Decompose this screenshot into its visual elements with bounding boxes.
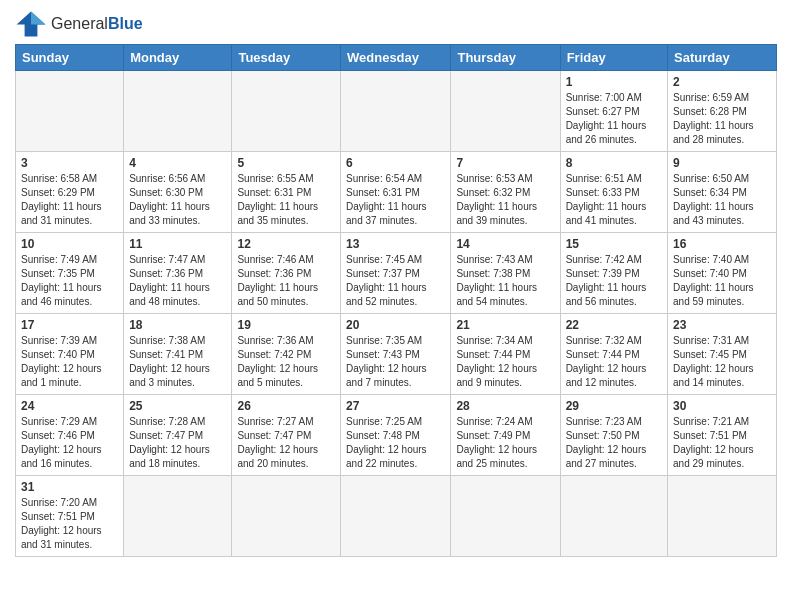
calendar-day-cell (16, 71, 124, 152)
calendar-day-cell (451, 476, 560, 557)
calendar-header-tuesday: Tuesday (232, 45, 341, 71)
logo-icon (15, 10, 47, 38)
calendar-day-cell: 31Sunrise: 7:20 AM Sunset: 7:51 PM Dayli… (16, 476, 124, 557)
day-info: Sunrise: 7:36 AM Sunset: 7:42 PM Dayligh… (237, 334, 335, 390)
header: GeneralBlue (15, 10, 777, 38)
day-number: 4 (129, 156, 226, 170)
calendar-day-cell: 19Sunrise: 7:36 AM Sunset: 7:42 PM Dayli… (232, 314, 341, 395)
logo: GeneralBlue (15, 10, 143, 38)
day-number: 6 (346, 156, 445, 170)
page-container: GeneralBlue SundayMondayTuesdayWednesday… (15, 10, 777, 557)
calendar-day-cell (341, 71, 451, 152)
calendar-header-saturday: Saturday (668, 45, 777, 71)
calendar-week-row: 3Sunrise: 6:58 AM Sunset: 6:29 PM Daylig… (16, 152, 777, 233)
calendar-day-cell: 13Sunrise: 7:45 AM Sunset: 7:37 PM Dayli… (341, 233, 451, 314)
day-info: Sunrise: 6:51 AM Sunset: 6:33 PM Dayligh… (566, 172, 662, 228)
day-info: Sunrise: 7:39 AM Sunset: 7:40 PM Dayligh… (21, 334, 118, 390)
calendar-header-wednesday: Wednesday (341, 45, 451, 71)
day-number: 24 (21, 399, 118, 413)
calendar-day-cell: 9Sunrise: 6:50 AM Sunset: 6:34 PM Daylig… (668, 152, 777, 233)
calendar-day-cell: 30Sunrise: 7:21 AM Sunset: 7:51 PM Dayli… (668, 395, 777, 476)
calendar-day-cell: 4Sunrise: 6:56 AM Sunset: 6:30 PM Daylig… (124, 152, 232, 233)
day-info: Sunrise: 7:24 AM Sunset: 7:49 PM Dayligh… (456, 415, 554, 471)
day-number: 2 (673, 75, 771, 89)
calendar-day-cell: 8Sunrise: 6:51 AM Sunset: 6:33 PM Daylig… (560, 152, 667, 233)
calendar-day-cell: 2Sunrise: 6:59 AM Sunset: 6:28 PM Daylig… (668, 71, 777, 152)
calendar-week-row: 31Sunrise: 7:20 AM Sunset: 7:51 PM Dayli… (16, 476, 777, 557)
calendar-day-cell: 3Sunrise: 6:58 AM Sunset: 6:29 PM Daylig… (16, 152, 124, 233)
day-number: 8 (566, 156, 662, 170)
calendar-day-cell: 20Sunrise: 7:35 AM Sunset: 7:43 PM Dayli… (341, 314, 451, 395)
day-info: Sunrise: 6:59 AM Sunset: 6:28 PM Dayligh… (673, 91, 771, 147)
calendar-day-cell: 21Sunrise: 7:34 AM Sunset: 7:44 PM Dayli… (451, 314, 560, 395)
calendar-day-cell (668, 476, 777, 557)
day-info: Sunrise: 6:54 AM Sunset: 6:31 PM Dayligh… (346, 172, 445, 228)
calendar-day-cell (451, 71, 560, 152)
day-number: 23 (673, 318, 771, 332)
day-number: 14 (456, 237, 554, 251)
calendar-day-cell (124, 71, 232, 152)
day-info: Sunrise: 6:55 AM Sunset: 6:31 PM Dayligh… (237, 172, 335, 228)
calendar-header-sunday: Sunday (16, 45, 124, 71)
day-info: Sunrise: 7:38 AM Sunset: 7:41 PM Dayligh… (129, 334, 226, 390)
calendar-day-cell: 11Sunrise: 7:47 AM Sunset: 7:36 PM Dayli… (124, 233, 232, 314)
day-info: Sunrise: 7:34 AM Sunset: 7:44 PM Dayligh… (456, 334, 554, 390)
calendar-day-cell: 5Sunrise: 6:55 AM Sunset: 6:31 PM Daylig… (232, 152, 341, 233)
day-number: 31 (21, 480, 118, 494)
day-number: 19 (237, 318, 335, 332)
day-info: Sunrise: 7:25 AM Sunset: 7:48 PM Dayligh… (346, 415, 445, 471)
day-number: 28 (456, 399, 554, 413)
day-info: Sunrise: 6:58 AM Sunset: 6:29 PM Dayligh… (21, 172, 118, 228)
day-number: 25 (129, 399, 226, 413)
day-info: Sunrise: 7:49 AM Sunset: 7:35 PM Dayligh… (21, 253, 118, 309)
calendar-day-cell: 27Sunrise: 7:25 AM Sunset: 7:48 PM Dayli… (341, 395, 451, 476)
day-number: 10 (21, 237, 118, 251)
day-info: Sunrise: 7:47 AM Sunset: 7:36 PM Dayligh… (129, 253, 226, 309)
day-info: Sunrise: 7:21 AM Sunset: 7:51 PM Dayligh… (673, 415, 771, 471)
svg-marker-1 (31, 12, 45, 25)
day-info: Sunrise: 7:29 AM Sunset: 7:46 PM Dayligh… (21, 415, 118, 471)
day-info: Sunrise: 7:42 AM Sunset: 7:39 PM Dayligh… (566, 253, 662, 309)
calendar-day-cell (232, 476, 341, 557)
calendar-week-row: 24Sunrise: 7:29 AM Sunset: 7:46 PM Dayli… (16, 395, 777, 476)
calendar-day-cell: 6Sunrise: 6:54 AM Sunset: 6:31 PM Daylig… (341, 152, 451, 233)
calendar-day-cell: 24Sunrise: 7:29 AM Sunset: 7:46 PM Dayli… (16, 395, 124, 476)
calendar-day-cell (560, 476, 667, 557)
calendar-week-row: 17Sunrise: 7:39 AM Sunset: 7:40 PM Dayli… (16, 314, 777, 395)
day-info: Sunrise: 7:27 AM Sunset: 7:47 PM Dayligh… (237, 415, 335, 471)
calendar-day-cell: 29Sunrise: 7:23 AM Sunset: 7:50 PM Dayli… (560, 395, 667, 476)
day-info: Sunrise: 6:50 AM Sunset: 6:34 PM Dayligh… (673, 172, 771, 228)
day-number: 30 (673, 399, 771, 413)
day-info: Sunrise: 7:45 AM Sunset: 7:37 PM Dayligh… (346, 253, 445, 309)
day-info: Sunrise: 7:40 AM Sunset: 7:40 PM Dayligh… (673, 253, 771, 309)
calendar-day-cell: 10Sunrise: 7:49 AM Sunset: 7:35 PM Dayli… (16, 233, 124, 314)
day-number: 11 (129, 237, 226, 251)
day-info: Sunrise: 7:35 AM Sunset: 7:43 PM Dayligh… (346, 334, 445, 390)
calendar-day-cell: 22Sunrise: 7:32 AM Sunset: 7:44 PM Dayli… (560, 314, 667, 395)
calendar-day-cell (341, 476, 451, 557)
logo-text: GeneralBlue (51, 15, 143, 33)
calendar-week-row: 10Sunrise: 7:49 AM Sunset: 7:35 PM Dayli… (16, 233, 777, 314)
day-info: Sunrise: 7:28 AM Sunset: 7:47 PM Dayligh… (129, 415, 226, 471)
calendar-day-cell: 18Sunrise: 7:38 AM Sunset: 7:41 PM Dayli… (124, 314, 232, 395)
calendar-day-cell: 16Sunrise: 7:40 AM Sunset: 7:40 PM Dayli… (668, 233, 777, 314)
day-info: Sunrise: 7:46 AM Sunset: 7:36 PM Dayligh… (237, 253, 335, 309)
day-number: 12 (237, 237, 335, 251)
calendar-week-row: 1Sunrise: 7:00 AM Sunset: 6:27 PM Daylig… (16, 71, 777, 152)
calendar-day-cell: 17Sunrise: 7:39 AM Sunset: 7:40 PM Dayli… (16, 314, 124, 395)
day-info: Sunrise: 6:53 AM Sunset: 6:32 PM Dayligh… (456, 172, 554, 228)
calendar-header-monday: Monday (124, 45, 232, 71)
calendar-day-cell: 7Sunrise: 6:53 AM Sunset: 6:32 PM Daylig… (451, 152, 560, 233)
day-number: 21 (456, 318, 554, 332)
day-info: Sunrise: 7:20 AM Sunset: 7:51 PM Dayligh… (21, 496, 118, 552)
day-info: Sunrise: 7:23 AM Sunset: 7:50 PM Dayligh… (566, 415, 662, 471)
calendar-header-friday: Friday (560, 45, 667, 71)
calendar-day-cell: 15Sunrise: 7:42 AM Sunset: 7:39 PM Dayli… (560, 233, 667, 314)
calendar-day-cell: 28Sunrise: 7:24 AM Sunset: 7:49 PM Dayli… (451, 395, 560, 476)
calendar-day-cell: 14Sunrise: 7:43 AM Sunset: 7:38 PM Dayli… (451, 233, 560, 314)
day-number: 9 (673, 156, 771, 170)
day-number: 29 (566, 399, 662, 413)
day-info: Sunrise: 7:00 AM Sunset: 6:27 PM Dayligh… (566, 91, 662, 147)
day-number: 26 (237, 399, 335, 413)
day-number: 1 (566, 75, 662, 89)
